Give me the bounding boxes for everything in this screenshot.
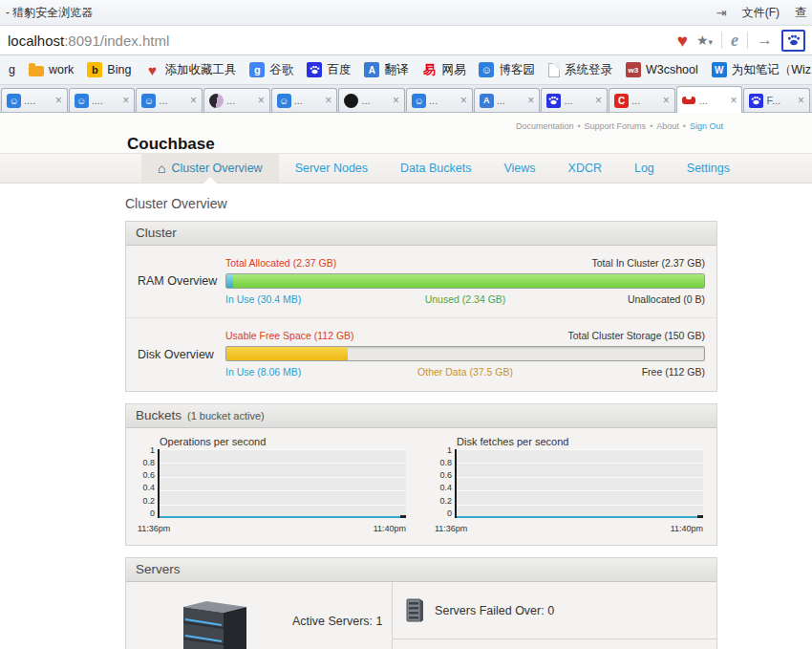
tab-close-icon[interactable]: × <box>798 94 804 107</box>
google-icon: g <box>249 62 265 77</box>
favorite-heart-icon[interactable]: ♥ <box>677 32 688 50</box>
bookmark-item-cnblogs[interactable]: ☺博客园 <box>472 60 542 80</box>
nav-log[interactable]: Log <box>618 154 671 183</box>
baidu-paw-icon <box>546 94 561 108</box>
ram-usage-bar <box>225 273 705 289</box>
servers-failed-over-row: Servers Failed Over: 0 <box>393 582 716 639</box>
url-input[interactable]: localhost:8091/index.html <box>0 26 670 54</box>
browser-tab[interactable]: ☺....× <box>69 88 136 112</box>
tab-close-icon[interactable]: × <box>663 94 670 107</box>
address-bar: localhost:8091/index.html ♥ ★▾ e → <box>0 26 812 55</box>
tab-close-icon[interactable]: × <box>325 94 331 107</box>
buckets-panel-header: Buckets (1 bucket active) <box>126 404 716 428</box>
active-servers-block: Active Servers: 1 <box>126 582 392 649</box>
tab-close-icon[interactable]: × <box>190 94 197 107</box>
nav-server-nodes[interactable]: Server Nodes <box>279 154 384 183</box>
y-axis-labels: 1 0.8 0.6 0.4 0.2 0 <box>138 445 158 518</box>
tab-close-icon[interactable]: × <box>122 94 129 107</box>
operations-per-second-chart: Operations per second 1 0.8 0.6 0.4 0.2 … <box>138 436 406 533</box>
bookmarks-bar: g work bBing ♥添加收藏工具 g谷歌 百度 A翻译 易网易 ☺博客园… <box>0 55 812 85</box>
bookmark-item-wiz[interactable]: W为知笔记（Wiz）网... <box>705 60 812 80</box>
translate-icon: A <box>364 62 379 77</box>
x-axis-labels: 11:36pm 11:40pm <box>138 524 406 533</box>
nav-cluster-overview[interactable]: ⌂Cluster Overview <box>141 154 279 183</box>
cluster-panel-header: Cluster <box>126 222 716 246</box>
couchbase-icon <box>682 93 696 107</box>
nav-views[interactable]: Views <box>487 154 551 183</box>
cnblogs-icon: ☺ <box>412 94 426 108</box>
tab-close-icon[interactable]: × <box>527 94 534 107</box>
bookmark-item-translate[interactable]: A翻译 <box>357 60 415 80</box>
baidu-paw-icon <box>749 94 763 108</box>
csdn-icon: C <box>614 94 629 108</box>
tab-close-icon[interactable]: × <box>460 94 467 107</box>
disk-in-use: In Use (8.06 MB) <box>225 365 402 379</box>
ie-mode-icon[interactable]: e <box>731 31 738 51</box>
zero-value-line <box>457 516 703 518</box>
browser-tab[interactable]: ☺...× <box>136 88 203 112</box>
nav-xdcr[interactable]: XDCR <box>552 154 618 183</box>
bookmark-item-google[interactable]: g谷歌 <box>243 60 300 80</box>
browser-tab-active-couchbase[interactable]: ...× <box>676 86 743 113</box>
ram-unallocated: Unallocated (0 B) <box>528 292 705 307</box>
ram-overview-label: RAM Overview <box>138 256 225 306</box>
browser-tab[interactable]: A...× <box>474 88 541 112</box>
nav-settings[interactable]: Settings <box>671 154 746 183</box>
cnblogs-icon: ☺ <box>7 94 21 108</box>
star-dropdown-icon[interactable]: ▾ <box>708 37 713 47</box>
bookmark-item-system-login[interactable]: 系统登录 <box>542 60 619 80</box>
baidu-extension-button[interactable] <box>781 30 805 52</box>
browser-tab[interactable]: ...× <box>338 88 405 112</box>
translate-icon: A <box>480 94 494 108</box>
couchbase-header: Couchbase Documentation•Support Forums•A… <box>0 113 812 153</box>
bookmark-item-bing[interactable]: bBing <box>80 60 138 79</box>
active-servers-count: Active Servers: 1 <box>292 615 382 628</box>
go-arrow-button[interactable]: → <box>757 31 773 50</box>
bookmark-item-baidu[interactable]: 百度 <box>300 60 357 80</box>
link-support-forums[interactable]: Support Forums <box>585 121 647 131</box>
tab-close-icon[interactable]: × <box>595 94 602 107</box>
disk-usage-bar <box>225 346 705 361</box>
tab-close-icon[interactable]: × <box>258 94 265 107</box>
bookmark-item-partial[interactable]: g <box>2 61 22 78</box>
cnblogs-icon: ☺ <box>479 62 494 77</box>
link-documentation[interactable]: Documentation <box>516 121 574 131</box>
window-titlebar: - 猎豹安全浏览器 ⇥ 文件(F) 查 <box>0 0 812 26</box>
browser-tab[interactable]: ...× <box>541 88 608 112</box>
browser-tab[interactable]: ☺...× <box>406 88 473 112</box>
menu-file[interactable]: 文件(F) <box>742 5 780 21</box>
bing-icon: b <box>87 62 102 77</box>
brand-name: Couchbase <box>127 135 215 154</box>
browser-tab[interactable]: ☺....× <box>1 88 68 112</box>
browser-tab[interactable]: C...× <box>609 88 675 112</box>
bookmark-item-favorites-tool[interactable]: ♥添加收藏工具 <box>138 60 243 80</box>
ram-total-in-cluster: Total In Cluster (2.37 GB) <box>465 256 705 270</box>
wiz-icon: W <box>712 62 727 77</box>
menu-view-partial[interactable]: 查 <box>795 5 806 21</box>
nav-data-buckets[interactable]: Data Buckets <box>384 154 487 183</box>
browser-tab[interactable]: F...× <box>743 88 810 112</box>
baidu-paw-icon <box>787 34 801 46</box>
disk-fetches-per-second-chart: Disk fetches per second 1 0.8 0.6 0.4 0.… <box>435 436 703 533</box>
y-axis-labels: 1 0.8 0.6 0.4 0.2 0 <box>435 445 455 518</box>
disk-overview-row: Disk Overview Usable Free Space (112 GB)… <box>126 317 716 390</box>
bookmark-star-button[interactable]: ★▾ <box>696 32 713 48</box>
server-small-icon <box>405 597 424 623</box>
bookmark-item-work[interactable]: work <box>22 61 80 78</box>
tab-close-icon[interactable]: × <box>55 94 62 107</box>
tab-close-icon[interactable]: × <box>730 94 737 107</box>
browser-tab[interactable]: ...× <box>203 88 270 112</box>
link-sign-out[interactable]: Sign Out <box>690 121 723 131</box>
disk-other-data: Other Data (37.5 GB) <box>402 365 528 379</box>
heart-icon: ♥ <box>144 62 160 77</box>
home-icon: ⌂ <box>158 161 165 176</box>
pin-sidebar-icon[interactable]: ⇥ <box>716 6 727 20</box>
cnblogs-icon: ☺ <box>75 94 89 108</box>
link-about[interactable]: About <box>656 121 679 131</box>
bookmark-item-w3cschool[interactable]: w3W3cshool <box>619 60 705 79</box>
tab-close-icon[interactable]: × <box>393 94 399 107</box>
url-host: localhost <box>8 32 64 49</box>
bookmark-item-netease[interactable]: 易网易 <box>415 60 472 80</box>
browser-tab[interactable]: ☺...× <box>271 88 338 112</box>
baidu-paw-icon <box>307 62 322 77</box>
